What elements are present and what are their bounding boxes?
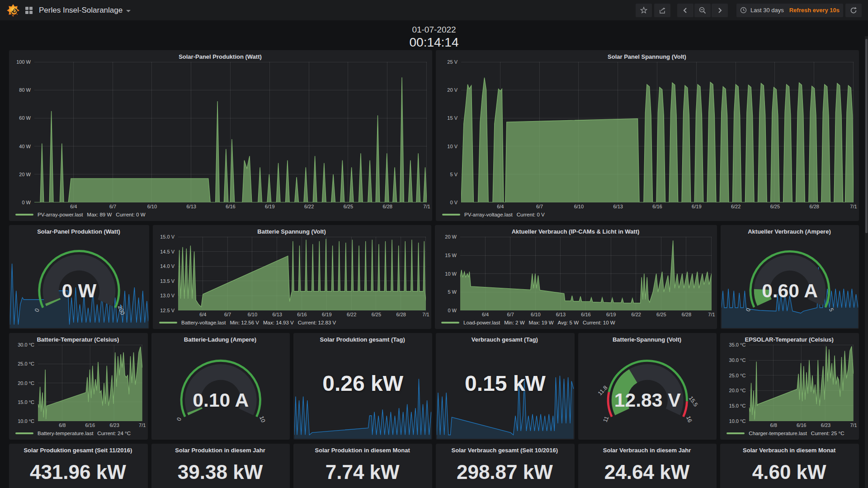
panel-stat-month-production: Solar Produktion in diesem Monat 7.74 kW (293, 444, 432, 488)
gauge: 050.60 A (724, 238, 855, 327)
panel-title[interactable]: Batterie Spannung (Volt) (157, 228, 426, 235)
plot-area[interactable] (461, 62, 854, 202)
series-name[interactable]: Battery-voltage.last (181, 320, 226, 325)
y-tick-label: 25.0 °C (729, 373, 746, 378)
y-tick-label: 25.0 °C (18, 361, 34, 366)
series-stat: Current: 24 °C (97, 431, 131, 436)
x-tick-label: 6/10 (147, 204, 157, 209)
grafana-logo-icon[interactable] (6, 4, 20, 17)
panel-pv-power: Solar-Panel Produktion (Watt) 100 W80 W6… (9, 50, 432, 221)
legend[interactable]: Load-power.lastMin: 2 WMax: 19 WAvg: 5 W… (439, 318, 712, 327)
panel-stat-month-consumption: Solar Verbrauch in diesem Monat 4.60 kW (720, 444, 859, 488)
series-name[interactable]: Battery-temperature.last (38, 431, 93, 436)
refresh-interval-label: Refresh every 10s (789, 7, 840, 14)
y-tick-label: 13.0 V (160, 293, 175, 298)
zoom-out-button[interactable] (694, 4, 711, 17)
y-axis: 25 V20 V15 V10 V5 V0 V (440, 62, 461, 202)
x-tick-label: 6/10 (531, 312, 540, 317)
time-back-button[interactable] (677, 4, 693, 17)
panel-title[interactable]: Solar Verbrauch in diesem Monat (743, 447, 835, 454)
scrollbar-thumb[interactable] (865, 39, 868, 233)
stat-value: 298.87 kW (457, 461, 553, 483)
clock-icon (740, 7, 747, 14)
x-tick-label: 6/23 (821, 422, 830, 428)
plot-area[interactable] (749, 345, 854, 421)
series-name[interactable]: Load-power.last (463, 320, 500, 325)
stat-value: 4.60 kW (752, 461, 826, 483)
refresh-button[interactable] (845, 4, 862, 17)
x-tick-label: 6/28 (809, 204, 819, 209)
y-tick-label: 15 V (447, 115, 458, 121)
dashboard-title-dropdown[interactable]: Perles Insel-Solaranlage (39, 6, 131, 15)
legend[interactable]: Battery-voltage.lastMin: 12.56 VMax: 14.… (157, 318, 426, 327)
x-tick-label: 6/19 (322, 312, 331, 317)
panel-title[interactable]: Solar Panel Spannung (Volt) (440, 53, 854, 60)
legend[interactable]: Charger-temperature.lastCurrent: 25 °C (725, 429, 854, 438)
dashboard-picker-icon[interactable] (24, 6, 33, 15)
panel-title[interactable]: Solar-Panel Produktion (Watt) (14, 228, 144, 235)
series-stat: Max: 19 W (529, 320, 554, 325)
gauge-value: 12.83 V (614, 389, 681, 411)
series-color-dash (15, 432, 33, 434)
y-tick-label: 10.0 °C (18, 418, 34, 424)
gauge-value: 0.10 A (193, 389, 249, 411)
time-range-picker[interactable]: Last 30 days Refresh every 10s (736, 4, 843, 17)
y-tick-label: 20.0 °C (18, 380, 34, 386)
x-tick-label: 6/22 (304, 204, 314, 209)
panel-title[interactable]: Solar Produktion in diesem Monat (315, 447, 410, 454)
series-stat: Current: 0 V (517, 212, 545, 217)
series-name[interactable]: Charger-temperature.last (749, 431, 807, 436)
panel-title[interactable]: Batterie-Ladung (Ampere) (156, 336, 285, 343)
legend[interactable]: PV-array-voltage.lastCurrent: 0 V (440, 210, 854, 219)
x-tick-label: 6/16 (297, 312, 307, 317)
series-stat: Min: 12.56 V (230, 320, 259, 325)
legend[interactable]: Battery-temperature.lastCurrent: 24 °C (14, 429, 142, 438)
y-tick-label: 20 V (447, 87, 458, 93)
panel-title[interactable]: Solar Verbrauch in diesem Jahr (603, 447, 691, 454)
panel-title[interactable]: Solar Verbrauch gesamt (Seit 10/2016) (452, 447, 558, 454)
panel-title[interactable]: Verbrauch gesamt (Tag) (440, 336, 569, 343)
series-name[interactable]: PV-array-voltage.last (464, 212, 513, 217)
stat-value: 0.15 kW (436, 371, 575, 395)
panel-title[interactable]: Solar-Panel Produktion (Watt) (14, 53, 427, 60)
plot-area[interactable] (34, 62, 427, 202)
time-forward-button[interactable] (712, 4, 728, 17)
star-dashboard-button[interactable] (636, 4, 652, 17)
panel-title[interactable]: Solar Produktion gesamt (Seit 11/2016) (24, 447, 132, 454)
clock-panel: 01-07-2022 00:14:14 (0, 20, 868, 50)
x-tick-label: 6/25 (372, 312, 381, 317)
y-tick-label: 10.0 °C (729, 418, 746, 424)
y-axis: 15.0 V14.5 V14.0 V13.5 V13.0 V12.5 V (157, 237, 178, 310)
dashboard-grid: Solar-Panel Produktion (Watt) 100 W80 W6… (0, 50, 868, 488)
share-dashboard-button[interactable] (654, 4, 670, 17)
series-stat: Min: 2 W (504, 320, 524, 325)
stat-value: 7.74 kW (326, 461, 400, 483)
panel-title[interactable]: Aktueller Verbrauch (IP-CAMs & Licht in … (439, 228, 712, 235)
x-axis: 6/46/76/106/136/166/196/226/256/287/1 (34, 202, 427, 210)
x-axis: 6/86/166/237/1 (38, 421, 142, 429)
x-tick-label: 6/16 (85, 422, 95, 428)
y-tick-label: 14.0 V (160, 263, 175, 269)
x-tick-label: 7/1 (708, 312, 715, 317)
plot-area[interactable] (178, 237, 426, 310)
panel-title[interactable]: Solar Produktion gesamt (Tag) (298, 336, 427, 343)
panel-stat-year-production: Solar Produktion in diesem Jahr 39.38 kW (151, 444, 290, 488)
series-stat: Current: 25 °C (811, 431, 844, 436)
y-tick-label: 60 W (19, 115, 31, 121)
plot-area[interactable] (38, 345, 142, 421)
gauge-scale-label: 11.8 (597, 385, 609, 397)
legend[interactable]: PV-array-power.lastMax: 89 WCurrent: 0 W (14, 210, 427, 219)
panel-stat-total-consumption: Solar Verbrauch gesamt (Seit 10/2016) 29… (436, 444, 575, 488)
x-tick-label: 6/13 (556, 312, 566, 317)
gauge-scale-label: 0 (745, 307, 752, 313)
x-tick-label: 6/7 (109, 204, 116, 209)
panel-title[interactable]: Solar Produktion in diesem Jahr (175, 447, 265, 454)
series-name[interactable]: PV-array-power.last (38, 212, 83, 217)
series-color-dash (441, 322, 459, 324)
panel-battery-temperature: Batterie-Temperatur (Celsius) 30.0 °C25.… (9, 333, 148, 440)
x-tick-label: 6/28 (382, 204, 392, 209)
panel-title[interactable]: Aktueller Verbrauch (Ampere) (725, 228, 854, 235)
panel-title[interactable]: Batterie-Spannung (Volt) (583, 336, 712, 343)
x-tick-label: 6/22 (731, 204, 741, 209)
plot-area[interactable] (460, 237, 712, 310)
